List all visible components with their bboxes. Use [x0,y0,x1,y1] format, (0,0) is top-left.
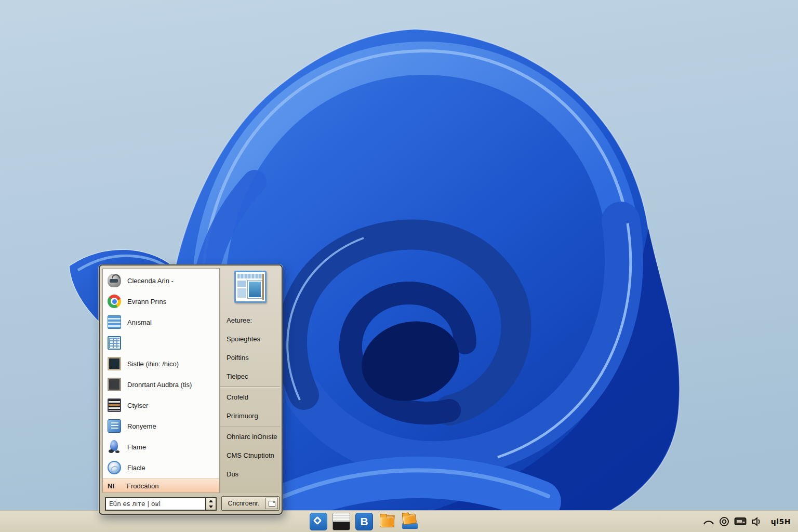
menu-item-label: Sistle (ihin: /hico) [127,360,179,368]
blue-table-icon [108,336,121,350]
tile-edge [262,274,264,300]
right-menu-item[interactable]: Prírimuorg [220,407,280,425]
menu-item-highlighted[interactable]: NI Frodcätión [103,478,219,493]
spinner-down-button[interactable] [206,504,216,510]
terminal-top [333,513,350,522]
system-tray: ɥl5H [703,511,791,532]
tile-main-box [248,281,262,298]
right-menu-item[interactable]: Aeturee: [220,311,280,330]
power-button[interactable]: Cncnroenr. [221,496,280,511]
tile-header [237,274,263,278]
menu-item[interactable]: Ronyeme [103,416,219,436]
separator [220,387,280,388]
b-app-icon[interactable]: B [355,513,373,530]
blue-lamp-icon [108,440,121,454]
menu-item-label: Clecenda Arin - [127,277,174,285]
menu-item-label: Ronyeme [127,422,156,430]
taskbar-icons: B [310,513,419,530]
menu-item-label: Evrann Prıns [127,298,166,305]
b-app-letter: B [360,515,368,528]
right-menu-item[interactable]: Ohniarc inOnıste [220,428,280,446]
search-input[interactable] [106,498,205,510]
menu-item-label: Dronrtant Audbra (tis) [127,381,192,389]
menu-item-label: Anısmal [127,318,152,326]
folder-front [380,516,394,527]
menu-item[interactable]: Flame [103,436,219,457]
right-items: Aeturee: Spoieghtes Poiftins Tielpec Cro… [220,311,280,484]
separator [220,426,280,427]
up-arrow-icon [209,500,213,502]
menu-item-prefix: NI [108,482,123,490]
blue-window-icon [108,315,121,329]
striped-stack-icon [108,398,121,412]
diamond-glyph [313,516,322,525]
menu-item-label: Frodcätión [127,482,158,490]
spinner-up-button[interactable] [206,498,216,504]
hidden-icons-chevron[interactable] [703,518,714,525]
speaker-icon[interactable] [751,517,761,526]
right-menu-item[interactable]: Spoieghtes [220,330,280,349]
right-menu-item[interactable]: Tielpec [220,367,280,386]
right-menu-item[interactable]: Dus [220,465,280,484]
menu-item[interactable]: Anısmal [103,312,219,332]
user-tile-icon[interactable] [234,271,267,303]
blue-sphere-icon [108,461,121,474]
search-box [105,497,217,511]
terminal-screen [333,522,350,530]
menu-item[interactable]: Dronrtant Audbra (tis) [103,374,219,395]
menu-item[interactable]: Clecenda Arin - [103,270,219,291]
tile-box1 [237,281,246,287]
terminal-app-icon[interactable] [332,513,350,530]
menu-item-label: Flame [127,443,146,451]
folder-window-icon[interactable] [401,513,419,530]
spinner-control [205,498,216,510]
power-button-label: Cncnroenr. [222,500,265,507]
folder-icon[interactable] [378,513,396,530]
menu-item[interactable] [103,332,219,353]
menu-item[interactable]: Evrann Prıns [103,291,219,312]
tile-box2 [237,288,246,298]
dark-monitor-icon [108,357,121,370]
start-menu-left-panel: Clecenda Arin - Evrann Prıns Anısmal Sis… [102,268,220,493]
menu-item-label: Flacle [127,464,145,472]
menu-item[interactable]: Sistle (ihin: /hico) [103,353,219,374]
dark-frame-icon [108,378,121,391]
chrome-icon [108,295,121,308]
down-arrow-icon [209,506,213,508]
blue-list-icon [108,419,121,433]
diamond-app-icon[interactable] [310,513,327,530]
start-menu: Clecenda Arin - Evrann Prıns Anısmal Sis… [99,264,283,515]
start-menu-right-panel: Aeturee: Spoieghtes Poiftins Tielpec Cro… [220,268,280,493]
machine-icon [108,274,121,287]
page-icon [269,501,275,507]
folder-front [402,513,417,525]
target-icon[interactable] [719,516,729,527]
menu-item-label: Ctyiser [127,402,148,409]
right-menu-item[interactable]: Poiftins [220,349,280,367]
menu-item[interactable]: Ctyiser [103,395,219,416]
menu-item[interactable]: Flacle [103,457,219,478]
right-menu-item[interactable]: CMS Ctnuptiotn [220,446,280,465]
tray-clock[interactable]: ɥl5H [771,517,791,526]
power-glyph-box[interactable] [265,498,278,509]
display-icon[interactable] [734,517,747,526]
right-menu-item[interactable]: Crofeld [220,388,280,407]
